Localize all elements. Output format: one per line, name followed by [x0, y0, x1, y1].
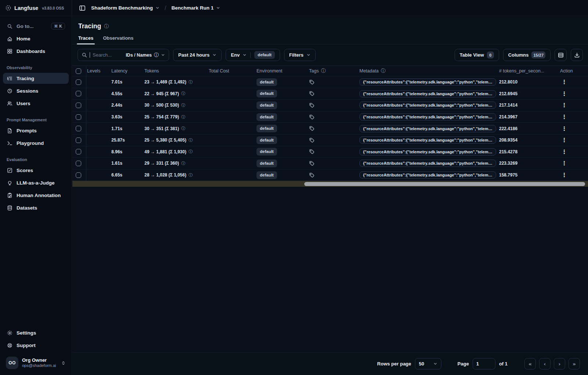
tag-icon[interactable]	[309, 126, 315, 131]
info-icon[interactable]: ⓘ	[181, 103, 186, 108]
tag-icon[interactable]	[309, 114, 315, 120]
horizontal-scrollbar-thumb[interactable]	[304, 182, 585, 186]
sidebar-item-sessions[interactable]: Sessions	[3, 85, 69, 96]
breadcrumb-project[interactable]: Benchmark Run 1	[172, 5, 220, 11]
tag-icon[interactable]	[309, 91, 315, 96]
tag-icon[interactable]	[309, 103, 315, 108]
sidebar-toggle-button[interactable]	[77, 3, 87, 13]
row-checkbox[interactable]	[76, 103, 81, 108]
column-header-environment[interactable]: Environment	[256, 68, 308, 74]
info-icon[interactable]: ⓘ	[189, 172, 193, 178]
search-scope-dropdown[interactable]: IDs / Names ⓘ	[126, 52, 165, 58]
info-icon[interactable]: ⓘ	[181, 114, 186, 120]
tags-cell[interactable]	[308, 149, 359, 154]
sidebar-item-settings[interactable]: Settings	[3, 327, 69, 338]
tags-cell[interactable]	[308, 91, 359, 96]
table-row[interactable]: 2.44s 30 → 500 (Σ 530)ⓘ default {"resour…	[72, 100, 588, 111]
sidebar-item-scores[interactable]: Scores	[3, 165, 69, 176]
table-row[interactable]: 4.55s 22 → 945 (Σ 967)ⓘ default {"resour…	[72, 88, 588, 100]
previous-page-button[interactable]: ‹	[539, 358, 551, 369]
kebab-menu-icon[interactable]: ⋮	[559, 102, 567, 108]
info-icon[interactable]: ⓘ	[189, 79, 193, 85]
tags-cell[interactable]	[308, 103, 359, 108]
kebab-menu-icon[interactable]: ⋮	[559, 160, 567, 167]
row-checkbox[interactable]	[76, 149, 81, 154]
tags-cell[interactable]	[308, 161, 359, 166]
columns-button[interactable]: Columns 15/27	[503, 49, 551, 61]
kebab-menu-icon[interactable]: ⋮	[559, 137, 567, 143]
tag-icon[interactable]	[309, 138, 315, 143]
tab-observations[interactable]: Observations	[103, 35, 133, 44]
sidebar-item-support[interactable]: Support	[3, 340, 69, 351]
rows-per-page-select[interactable]: 50	[415, 358, 441, 369]
metadata-value[interactable]: {"resourceAttributes":{"telemetry.sdk.la…	[359, 90, 496, 97]
info-icon[interactable]: ⓘ	[104, 23, 109, 30]
tag-icon[interactable]	[309, 79, 315, 85]
sidebar-item-users[interactable]: Users	[3, 98, 69, 109]
row-checkbox[interactable]	[76, 161, 81, 166]
column-header-latency[interactable]: Latency	[111, 68, 144, 74]
metadata-value[interactable]: {"resourceAttributes":{"telemetry.sdk.la…	[359, 78, 496, 86]
table-row[interactable]: 1.61s 29 → 331 (Σ 360)ⓘ default {"resour…	[72, 158, 588, 169]
tab-traces[interactable]: Traces	[78, 35, 93, 44]
kebab-menu-icon[interactable]: ⋮	[559, 79, 567, 85]
sidebar-item-human-annotation[interactable]: Human Annotation	[3, 190, 69, 201]
row-checkbox[interactable]	[76, 138, 81, 143]
table-row[interactable]: 7.01s 23 → 1,469 (Σ 1,492)ⓘ default {"re…	[72, 76, 588, 88]
tags-cell[interactable]	[308, 79, 359, 85]
sidebar-item-datasets[interactable]: Datasets	[3, 202, 69, 213]
metadata-value[interactable]: {"resourceAttributes":{"telemetry.sdk.la…	[359, 113, 496, 121]
tags-cell[interactable]	[308, 126, 359, 131]
row-height-button[interactable]	[555, 49, 567, 61]
kebab-menu-icon[interactable]: ⋮	[559, 90, 567, 97]
metadata-value[interactable]: {"resourceAttributes":{"telemetry.sdk.la…	[359, 171, 496, 179]
sidebar-item-tracing[interactable]: Tracing	[3, 73, 69, 84]
kebab-menu-icon[interactable]: ⋮	[559, 149, 567, 155]
table-view-button[interactable]: Table View 0	[455, 49, 499, 61]
tags-cell[interactable]	[308, 172, 359, 178]
column-header-tokens-per-second[interactable]: # tokens_per_secon...	[498, 68, 558, 74]
sidebar-item-home[interactable]: Home	[3, 33, 69, 44]
export-button[interactable]	[571, 49, 583, 61]
info-icon[interactable]: ⓘ	[189, 138, 193, 143]
page-number-input[interactable]	[473, 358, 495, 369]
environment-filter[interactable]: Env default	[226, 49, 280, 61]
info-icon[interactable]: ⓘ	[181, 91, 186, 96]
info-icon[interactable]: ⓘ	[181, 126, 186, 131]
tags-cell[interactable]	[308, 138, 359, 143]
sidebar-item-playground[interactable]: Playground	[3, 138, 69, 149]
goto-search[interactable]: Go to... ⌘ K	[3, 21, 69, 32]
column-header-levels[interactable]: Levels	[86, 68, 111, 74]
column-header-total-cost[interactable]: Total Cost	[208, 68, 256, 74]
kebab-menu-icon[interactable]: ⋮	[559, 114, 567, 120]
kebab-menu-icon[interactable]: ⋮	[559, 172, 567, 178]
time-range-dropdown[interactable]: Past 24 hours	[173, 49, 222, 61]
column-header-tags[interactable]: Tagsⓘ	[308, 68, 359, 74]
table-row[interactable]: 6.65s 28 → 1,028 (Σ 1,056)ⓘ default {"re…	[72, 169, 588, 181]
last-page-button[interactable]: »	[569, 358, 580, 369]
sidebar-item-prompts[interactable]: Prompts	[3, 125, 69, 136]
metadata-value[interactable]: {"resourceAttributes":{"telemetry.sdk.la…	[359, 160, 496, 167]
horizontal-scrollbar-track[interactable]	[72, 181, 588, 187]
metadata-value[interactable]: {"resourceAttributes":{"telemetry.sdk.la…	[359, 136, 496, 144]
kebab-menu-icon[interactable]: ⋮	[559, 125, 567, 132]
first-page-button[interactable]: «	[524, 358, 536, 369]
table-row[interactable]: 3.63s 25 → 754 (Σ 779)ⓘ default {"resour…	[72, 111, 588, 123]
metadata-value[interactable]: {"resourceAttributes":{"telemetry.sdk.la…	[359, 148, 496, 156]
tags-cell[interactable]	[308, 114, 359, 120]
tag-icon[interactable]	[309, 149, 315, 154]
column-header-metadata[interactable]: Metadataⓘ	[359, 68, 498, 74]
metadata-value[interactable]: {"resourceAttributes":{"telemetry.sdk.la…	[359, 125, 496, 132]
row-checkbox[interactable]	[76, 114, 81, 120]
search-input[interactable]: Search... IDs / Names ⓘ	[78, 49, 169, 61]
table-row[interactable]: 8.96s 49 → 1,881 (Σ 1,930)ⓘ default {"re…	[72, 146, 588, 158]
breadcrumb-org[interactable]: Shadeform Benchmarking	[91, 5, 159, 11]
info-icon[interactable]: ⓘ	[189, 149, 193, 154]
metadata-value[interactable]: {"resourceAttributes":{"telemetry.sdk.la…	[359, 101, 496, 109]
table-row[interactable]: 1.71s 30 → 351 (Σ 381)ⓘ default {"resour…	[72, 123, 588, 135]
tag-icon[interactable]	[309, 161, 315, 166]
row-checkbox[interactable]	[76, 91, 81, 96]
table-row[interactable]: 25.87s 25 → 5,380 (Σ 5,405)ⓘ default {"r…	[72, 135, 588, 146]
sidebar-item-dashboards[interactable]: Dashboards	[3, 46, 69, 57]
user-menu[interactable]: OO Org Owner ops@shadeform.ai	[3, 354, 69, 371]
